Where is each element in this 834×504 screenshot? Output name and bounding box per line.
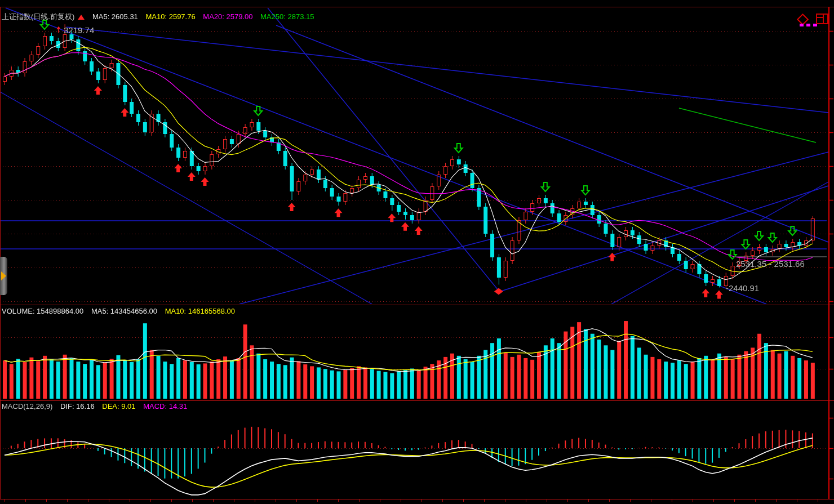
dif-value: DIF: 16.16 — [60, 402, 95, 411]
volume-ma10-value: MA10: 146165568.00 — [165, 307, 235, 315]
low-price-label: -2440.91 — [726, 283, 759, 293]
macd-value: MACD: 14.31 — [143, 402, 187, 411]
peak-price-label: 3219.74 — [64, 25, 94, 35]
volume-pane-header: VOLUME: 154898864.00 MA5: 143454656.00 M… — [2, 307, 241, 315]
trading-terminal: 系统 功能 报价 分析 扩展行情 资讯 工具 帮助 期权 交易 证券行情分析平台… — [0, 0, 834, 504]
dea-value: DEA: 9.01 — [102, 402, 135, 411]
main-pane-header: 上证指数(日线.前复权) MA5: 2605.31 MA10: 2597.76 … — [2, 12, 320, 22]
chart-canvas[interactable] — [0, 0, 834, 504]
macd-pane-header: MACD(12,26,9) DIF: 16.16 DEA: 9.01 MACD:… — [2, 402, 193, 411]
symbol-title: 上证指数(日线.前复权) — [2, 12, 74, 21]
macd-name: MACD(12,26,9) — [2, 402, 52, 411]
more-options-icon[interactable] — [800, 24, 817, 26]
volume-ma5-value: MA5: 143454656.00 — [91, 307, 157, 315]
ma20-value: MA20: 2579.00 — [203, 12, 252, 21]
up-arrow-icon — [78, 15, 85, 20]
expand-arrow-icon — [1, 271, 6, 280]
volume-value: VOLUME: 154898864.00 — [2, 307, 83, 315]
ma250-value: MA250: 2873.15 — [260, 12, 314, 21]
split-window-icon[interactable] — [816, 14, 828, 24]
sidebar-expander-tab[interactable] — [0, 257, 7, 295]
range-price-label: 2531.35 - 2531.66 — [736, 259, 805, 269]
ma5-value: MA5: 2605.31 — [92, 12, 138, 21]
ma10-value: MA10: 2597.76 — [145, 12, 195, 21]
